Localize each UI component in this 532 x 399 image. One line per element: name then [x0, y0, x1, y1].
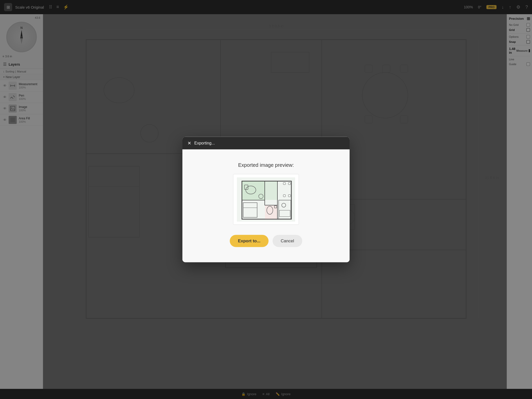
export-button[interactable]: Export to...	[230, 235, 269, 247]
svg-rect-41	[242, 181, 264, 200]
cancel-button[interactable]: Cancel	[273, 235, 302, 247]
modal-body: Exported image preview:	[182, 150, 350, 262]
modal-header: ✕ Exporting...	[182, 137, 350, 150]
export-modal: ✕ Exporting... Exported image preview:	[182, 137, 350, 262]
preview-label: Exported image preview:	[238, 162, 294, 168]
preview-image-container	[233, 174, 299, 225]
svg-rect-42	[265, 181, 277, 200]
modal-title: Exporting...	[194, 141, 215, 146]
floor-plan-preview	[237, 177, 295, 222]
modal-close-button[interactable]: ✕	[187, 141, 191, 146]
svg-rect-43	[265, 205, 277, 219]
modal-actions: Export to... Cancel	[230, 235, 302, 247]
